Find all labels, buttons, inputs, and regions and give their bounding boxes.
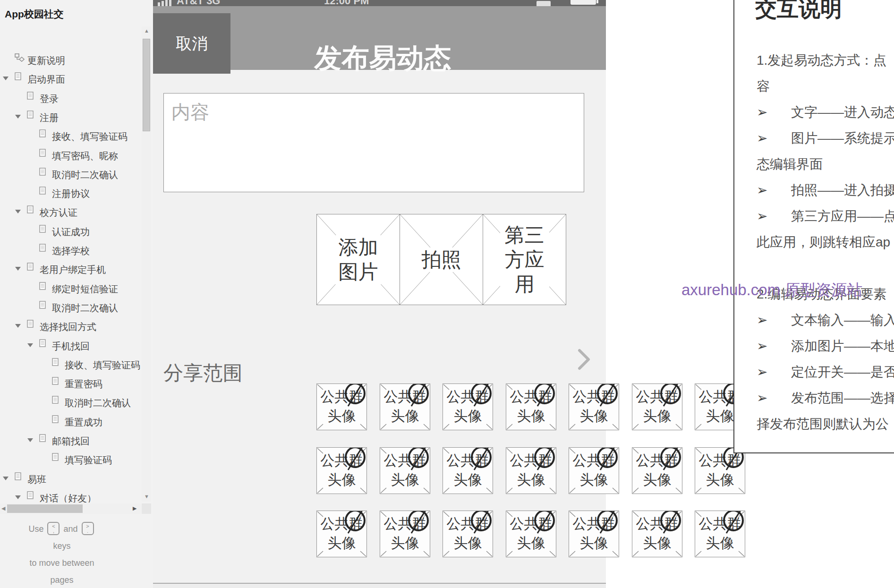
cancel-button[interactable]: 取消 [153,13,230,74]
group-avatar-placeholder[interactable]: 公共群头像 [695,511,745,557]
group-avatar-placeholder[interactable]: 公共群头像 [316,511,367,557]
group-avatar-placeholder[interactable]: 公共群头像 [569,383,619,430]
hint-line-1: Use <, and >. [0,520,124,537]
scroll-right-icon[interactable]: ▶ [133,506,136,511]
note-bullet-line: ➢发布范围——选择 [757,385,894,411]
sitemap-item-label: 填写验证码 [65,454,112,467]
content-textarea[interactable] [164,94,584,192]
sitemap-item[interactable]: 注册 [0,108,141,127]
sitemap-item[interactable]: 选择找回方式 [0,317,141,336]
chevron-right-icon[interactable] [577,348,591,371]
sitemap-item[interactable]: 登录 [0,89,141,108]
page-icon [39,129,46,140]
sitemap-item[interactable]: 认证成功 [0,222,141,241]
group-avatar-placeholder[interactable]: 公共群头像 [569,511,619,557]
notes-title: 交互说明 [755,0,842,24]
sidebar-horizontal-scrollbar[interactable]: ◀ ▶ [0,503,141,514]
sitemap-item-label: 老用户绑定手机 [40,264,106,276]
sitemap-item[interactable]: 重置成功 [0,412,141,431]
sitemap-item[interactable]: 重置密码 [0,374,141,393]
arrow-bullet-icon: ➢ [757,99,791,125]
sitemap-item[interactable]: 易班 [0,469,141,488]
action-third-party-app[interactable]: 第三方应用 [483,214,566,305]
broken-image-icon [380,448,430,494]
scroll-left-icon[interactable]: ◀ [1,506,5,511]
sitemap-item[interactable]: 取消时二次确认 [0,393,141,412]
sitemap-item[interactable]: 对话（好友） [0,488,141,503]
broken-image-icon [632,448,682,494]
tree-expand-icon[interactable] [15,324,21,328]
broken-image-icon [317,448,366,494]
sitemap-item-label: 启动界面 [27,73,65,86]
group-avatar-placeholder[interactable]: 公共群头像 [316,383,367,430]
notes-body: 1.发起易动态方式：点容➢文字——进入动态➢图片——系统提示态编辑界面➢拍照——… [757,47,894,437]
sitemap-item[interactable]: 启动界面 [0,69,141,88]
sitemap-item[interactable]: 取消时二次确认 [0,298,141,317]
sitemap-item[interactable]: 注册协议 [0,184,141,203]
sitemap-item-label: 取消时二次确认 [65,397,131,409]
group-avatar-placeholder[interactable]: 公共群头像 [316,447,367,494]
sitemap-item-label: 邮箱找回 [52,435,90,448]
watermark: axurehub.com 原型资源站 [681,280,862,301]
period-key-icon: >. [82,522,94,535]
status-icon [536,1,551,6]
group-avatar-placeholder[interactable]: 公共群头像 [443,447,493,494]
sitemap-item[interactable]: 接收、填写验证码 [0,355,141,374]
hint-word-and: and [63,524,77,534]
group-avatar-placeholder[interactable]: 公共群头像 [632,383,682,430]
content-input[interactable] [163,93,584,192]
sitemap-item[interactable]: 绑定时短信验证 [0,279,141,298]
group-avatar-placeholder[interactable]: 公共群头像 [695,447,745,494]
group-avatar-placeholder[interactable]: 公共群头像 [380,447,430,494]
scroll-down-icon[interactable]: ▼ [144,494,149,499]
sitemap-item[interactable]: 取消时二次确认 [0,165,141,184]
tree-expand-icon[interactable] [3,477,9,480]
sitemap-item-label: 注册 [40,111,59,124]
sitemap-item-label: 易班 [27,473,46,486]
tree-expand-icon[interactable] [15,210,21,213]
group-avatar-placeholder[interactable]: 公共群头像 [443,383,493,430]
tree-expand-icon[interactable] [27,438,33,442]
sitemap-item[interactable]: 填写密码、昵称 [0,146,141,165]
group-avatar-placeholder[interactable]: 公共群头像 [380,383,430,430]
tree-expand-icon[interactable] [15,267,21,271]
scroll-up-icon[interactable]: ▲ [144,28,149,34]
group-avatar-placeholder[interactable]: 公共群头像 [380,511,430,557]
scrollbar-corner [142,503,151,514]
hint-word-use: Use [28,524,43,534]
horizontal-scroll-thumb[interactable] [7,504,83,513]
vertical-scroll-thumb[interactable] [143,39,150,131]
action-label: 拍照 [400,214,483,305]
page-icon [39,434,46,444]
tree-expand-icon[interactable] [3,77,9,80]
sitemap-item[interactable]: 接收、填写验证码 [0,127,141,145]
tree-expand-icon[interactable] [15,115,21,119]
sitemap-item[interactable]: 校方认证 [0,203,141,222]
group-avatar-placeholder[interactable]: 公共群头像 [506,511,556,557]
sidebar-vertical-scrollbar[interactable]: ▲ ▼ [142,26,151,502]
action-add-image[interactable]: 添加图片 [316,214,400,305]
sitemap-item[interactable]: 手机找回 [0,336,141,355]
tree-expand-icon[interactable] [15,495,21,499]
project-title: App校园社交 [5,8,64,21]
group-avatar-placeholder[interactable]: 公共群头像 [443,511,493,557]
group-avatar-placeholder[interactable]: 公共群头像 [506,383,556,430]
page-icon [52,453,59,463]
group-avatar-placeholder[interactable]: 公共群头像 [632,447,682,494]
arrow-bullet-icon: ➢ [757,203,791,229]
tree-expand-icon[interactable] [27,343,33,347]
sitemap-item[interactable]: 填写验证码 [0,450,141,469]
action-label: 添加图片 [317,214,400,305]
sitemap-item[interactable]: 邮箱找回 [0,431,141,450]
page-icon [39,339,46,349]
group-avatar-placeholder[interactable]: 公共群头像 [632,511,682,557]
sitemap-item[interactable]: 更新说明 [0,51,141,69]
group-avatar-placeholder[interactable]: 公共群头像 [569,447,619,494]
action-label: 第三方应用 [483,214,566,305]
page-icon [15,72,22,83]
group-avatar-placeholder[interactable]: 公共群头像 [506,447,556,494]
sitemap-item[interactable]: 选择学校 [0,241,141,260]
action-take-photo[interactable]: 拍照 [400,214,483,305]
sitemap-item[interactable]: 老用户绑定手机 [0,260,141,279]
broken-image-icon [506,448,556,494]
